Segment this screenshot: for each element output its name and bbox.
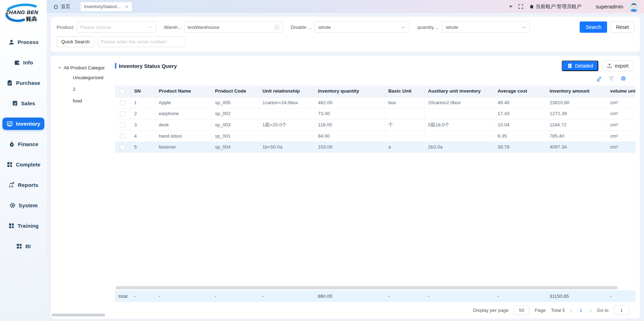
filter-row-1: Product: Wareh... Disable ... whole (57, 21, 634, 33)
grid-icon (6, 161, 13, 168)
table-row[interactable]: 5fastenersp_0041b=50.0a103.00a2b3.0a39.7… (115, 141, 636, 152)
table-row[interactable]: 1Applesp_0051carton=24.0box482.00box20ca… (115, 97, 636, 108)
settings-icon[interactable] (620, 75, 626, 82)
row-checkbox[interactable] (120, 111, 125, 117)
sidebar-item-training[interactable]: Training (2, 220, 44, 232)
tree-horizontal-scrollbar[interactable] (52, 314, 105, 316)
clear-icon[interactable] (274, 24, 280, 30)
table-cell: 3 (130, 119, 155, 131)
close-icon[interactable]: × (125, 4, 128, 9)
more-icon[interactable] (147, 24, 153, 30)
username[interactable]: superadmin (596, 4, 623, 10)
search-button[interactable]: Search (580, 21, 607, 33)
sidebar-item-process[interactable]: Process (2, 36, 44, 48)
disable-label: Disable ... (291, 25, 312, 30)
fullscreen-icon[interactable] (518, 4, 524, 10)
document-icon (567, 63, 573, 69)
note-icon (12, 100, 18, 107)
head-actions: Detailed export (562, 61, 636, 71)
current-page[interactable]: 1 (578, 308, 585, 313)
quantity-select[interactable]: whole (442, 21, 530, 33)
warehouse-input[interactable] (185, 21, 283, 33)
inventory-panel: All Product Categor Uncategorized2food I… (51, 56, 640, 319)
table-cell: a (385, 141, 424, 152)
filter-icon[interactable] (608, 75, 614, 82)
export-button[interactable]: export (602, 61, 633, 71)
quick-search-button[interactable]: Quick Search (57, 36, 94, 47)
column-header: Inventory amount (546, 86, 606, 97)
filter-row-2: Quick Search (57, 36, 634, 47)
sidebar-item-label: BI (25, 243, 31, 249)
tenant-home-icon (529, 4, 534, 9)
goto-page-input[interactable] (614, 306, 629, 315)
table-cell: 9.35 (494, 131, 546, 141)
brand-text-en: ZHANG BEN (5, 9, 39, 15)
select-all-checkbox[interactable] (120, 89, 125, 94)
table-row[interactable]: 3desksp_0031箱=20.0个118.00个5箱18.0个10.0411… (115, 119, 636, 131)
sidebar-item-reports[interactable]: Reports (2, 179, 44, 191)
page-size-input[interactable] (514, 306, 529, 315)
prev-page-icon[interactable]: ‹ (570, 307, 572, 313)
table-cell: sp_001 (211, 131, 259, 141)
sidebar-item-sales[interactable]: Sales (2, 97, 44, 109)
sidebar-item-system[interactable]: System (2, 199, 44, 212)
table-cell: 84.00 (314, 131, 385, 141)
table-horizontal-scrollbar[interactable] (116, 286, 618, 289)
total-row-table: total----860.00---31150.65- (115, 290, 636, 302)
product-input[interactable] (77, 21, 156, 33)
tree-item-2[interactable]: 2 (58, 83, 115, 95)
row-checkbox[interactable] (120, 100, 125, 106)
tree-item-food[interactable]: food (58, 95, 115, 107)
title-accent-bar (115, 63, 116, 69)
edit-icon[interactable] (596, 75, 603, 82)
content: Product: Wareh... Disable ... whole (47, 13, 644, 321)
detailed-button[interactable]: Detailed (562, 61, 598, 71)
row-checkbox[interactable] (120, 122, 125, 128)
table-cell: 5 (130, 141, 155, 152)
disable-select[interactable]: whole (315, 21, 410, 33)
tree-collapse-icon[interactable] (58, 67, 62, 69)
total-cell: - (259, 290, 314, 302)
wallet-icon (14, 59, 20, 66)
tab-inventory-status[interactable]: InventoryStatusI... × (80, 2, 132, 12)
sidebar-item-purchase[interactable]: Purchase (2, 77, 44, 89)
sidebar-item-inventory[interactable]: Inventory (2, 118, 44, 130)
total-label: total (115, 290, 130, 302)
warehouse-label: Wareh... (164, 25, 182, 30)
avatar[interactable] (629, 1, 639, 12)
row-checkbox[interactable] (120, 145, 125, 150)
sidebar-item-label: Finance (18, 141, 38, 147)
tab-home[interactable]: 首页 (53, 4, 70, 10)
sidebar-item-complete[interactable]: Complete (2, 158, 44, 171)
sidebar-item-label: Inventory (16, 121, 40, 127)
total-cell: - (211, 290, 259, 302)
sidebar-item-label: System (19, 202, 38, 208)
row-checkbox[interactable] (120, 134, 125, 139)
table-cell: 个 (385, 119, 424, 131)
next-page-icon[interactable]: › (590, 307, 592, 313)
sidebar-item-info[interactable]: Info (2, 56, 44, 69)
brand-logo: ZHANG BEN 账犇 (0, 0, 47, 27)
chevron-down-icon[interactable] (509, 6, 513, 8)
total-cell: - (155, 290, 211, 302)
table-cell: 73.00 (314, 108, 385, 119)
pagination: Display per page Page Total 5 ‹ 1 › Go t… (115, 302, 636, 319)
sidebar-item-bi[interactable]: BI (2, 240, 44, 252)
table-row[interactable]: 4hand lotionsp_00184.009.35785.40cm³ (115, 131, 636, 141)
sidebar-item-label: Info (23, 59, 33, 65)
sidebar-item-label: Reports (18, 182, 38, 188)
column-header: Product Name (155, 86, 211, 97)
table-area: Inventory Status Query Detailed export (115, 60, 636, 319)
serial-input[interactable] (98, 36, 186, 47)
reset-button[interactable]: Reset (611, 21, 634, 33)
table-cell: sp_005 (211, 97, 259, 108)
table-row[interactable]: 2earphonesp_00273.0017.431272.39cm³ (115, 108, 636, 119)
column-header: Basic Unit (385, 86, 424, 97)
tree-item-uncategorized[interactable]: Uncategorized (58, 72, 115, 83)
sidebar-item-finance[interactable]: ¥Finance (2, 138, 44, 150)
tree-root-all-categories[interactable]: All Product Categor (58, 65, 115, 70)
table-cell: 17.43 (494, 108, 546, 119)
tenant-indicator: 当前租户:管理员租户 (529, 4, 581, 10)
tab-active-label: InventoryStatusI... (84, 4, 121, 9)
tree-root-label: All Product Categor (64, 65, 105, 70)
